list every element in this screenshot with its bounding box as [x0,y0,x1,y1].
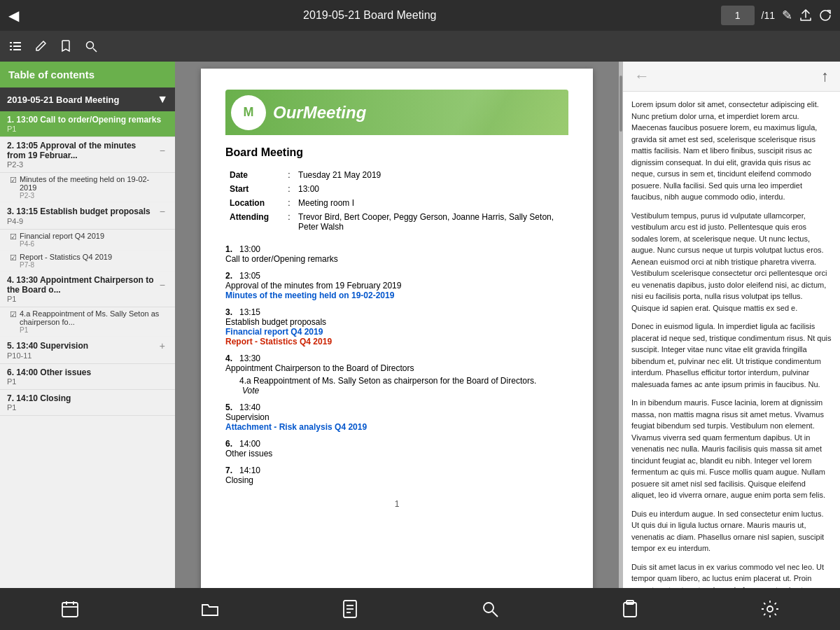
right-text-para-4: In in bibendum mauris. Fusce lacinia, lo… [631,397,832,501]
doc-section-4: 4. 13:30 Appointment Chairperson to the … [225,354,568,396]
up-arrow-button[interactable]: ↑ [821,67,829,85]
doc-section-4-title: Appointment Chairperson to the Board of … [225,363,568,373]
doc-section-7-title: Closing [225,475,568,485]
toc-item-4-collapse[interactable]: − [157,279,168,290]
info-label-date: Date [227,169,283,181]
toc-item-3-title: 3. 13:15 Establish budget proposals [7,206,150,216]
toc-sub-item-3-1[interactable]: ☑ Financial report Q4 2019 P4-6 [0,230,175,251]
toc-item-1-title: 1. 13:00 Call to order/Opening remarks [7,115,161,125]
right-panel: ← ↑ Lorem ipsum dolor sit amet, consecte… [623,62,840,588]
toc-sub-item-4-1-text: 4.a Reappointment of Ms. Sally Seton as … [20,309,165,326]
toc-sub-item-2-1[interactable]: ☑ Minutes of the meeting held on 19-02-2… [0,173,175,202]
back-button[interactable]: ◀ [8,7,19,24]
info-label-start: Start [227,183,283,195]
toc-item-5[interactable]: 5. 13:40 Supervision + P10-11 [0,337,175,364]
doc-section-1-title: Call to order/Opening remarks [225,254,568,264]
toc-sub-item-4-1[interactable]: ☑ 4.a Reappointment of Ms. Sally Seton a… [0,307,175,337]
toc-item-4-pages: P1 [7,295,168,303]
doc-section-5-link[interactable]: Attachment - Risk analysis Q4 2019 [225,422,568,432]
toc-item-1[interactable]: 1. 13:00 Call to order/Opening remarks P… [0,111,175,137]
right-text-para-3: Donec in euismod ligula. In imperdiet li… [631,321,832,390]
page-number-input[interactable] [721,6,755,25]
toc-item-4[interactable]: 4. 13:30 Appointment Chairperson to the … [0,272,175,307]
doc-section-3-link1[interactable]: Financial report Q4 2019 [225,327,568,337]
right-text-para-5: Duis eu interdum augue. In sed consectet… [631,508,832,554]
doc-section-3-title: Establish budget proposals [225,317,568,327]
doc-section-2: 2. 13:05 Approval of the minutes from 19… [225,271,568,300]
right-text-para-1: Lorem ipsum dolor sit amet, consectetur … [631,99,832,203]
bottom-clipboard-button[interactable] [620,599,640,619]
sidebar-doc-title-text: 2019-05-21 Board Meeting [7,94,119,105]
main-content: Table of contents 2019-05-21 Board Meeti… [0,62,840,588]
toc-item-7-title: 7. 14:10 Closing [7,393,71,403]
svg-rect-18 [624,603,636,617]
toc-item-4-title: 4. 13:30 Appointment Chairperson to the … [7,275,157,295]
toc-sub-item-3-2-pages: P7-8 [20,261,112,269]
toc-item-6[interactable]: 6. 14:00 Other issues P1 [0,364,175,390]
document-banner: M OurMeeting [225,90,568,135]
svg-point-20 [767,606,773,612]
svg-point-16 [484,603,493,612]
toc-item-2-pages: P2-3 [7,160,168,169]
doc-section-4a-title: 4.a Reappointment of Ms. Sally Seton as … [239,376,568,386]
svg-rect-1 [13,42,21,43]
doc-section-7: 7. 14:10 Closing [225,465,568,485]
document-page-number: 1 [225,499,568,509]
info-value-attending: Trevor Bird, Bert Cooper, Peggy Gerson, … [295,211,567,233]
right-panel-text: Lorem ipsum dolor sit amet, consectetur … [623,92,840,588]
doc-section-3-link2[interactable]: Report - Statistics Q4 2019 [225,337,568,346]
toc-item-3-collapse[interactable]: − [157,206,168,217]
bottom-calendar-button[interactable] [60,599,80,619]
svg-point-6 [87,42,94,49]
bottom-document-button[interactable] [340,599,360,619]
info-row-location: Location : Meeting room I [227,197,567,209]
toc-item-3[interactable]: 3. 13:15 Establish budget proposals − P4… [0,202,175,230]
toc-item-2-collapse[interactable]: − [157,145,168,156]
top-actions: /11 ✎ [721,6,832,25]
search-tool-button[interactable] [84,39,98,53]
banner-background [428,90,568,135]
document-area[interactable]: M OurMeeting Board Meeting Date : Tuesda… [175,62,619,588]
toolbar [0,31,840,62]
share-button[interactable] [799,9,812,22]
doc-section-5: 5. 13:40 Supervision Attachment - Risk a… [225,402,568,432]
document-info-table: Date : Tuesday 21 May 2019 Start : 13:00… [225,167,568,234]
info-value-location: Meeting room I [295,197,567,209]
bottom-bar [0,588,840,630]
toc-item-6-title: 6. 14:00 Other issues [7,368,91,377]
doc-section-2-title: Approval of the minutes from 19 February… [225,281,568,290]
bookmark-button[interactable] [59,39,73,53]
doc-section-6: 6. 14:00 Other issues [225,439,568,458]
toc-item-2[interactable]: 2. 13:05 Approval of the minutes from 19… [0,137,175,173]
scroll-indicator [620,76,622,132]
bottom-settings-button[interactable] [760,599,780,619]
sidebar-doc-title[interactable]: 2019-05-21 Board Meeting ▼ [0,88,175,111]
edit-button[interactable]: ✎ [782,8,792,23]
nav-arrows: ← ↑ [623,62,840,92]
refresh-button[interactable] [819,9,832,22]
document-page: M OurMeeting Board Meeting Date : Tuesda… [201,69,593,588]
toc-sub-item-3-1-pages: P4-6 [20,240,104,248]
list-icon-button[interactable] [8,39,22,53]
toc-sub-item-3-2[interactable]: ☑ Report - Statistics Q4 2019 P7-8 [0,251,175,272]
info-row-attending: Attending : Trevor Bird, Bert Cooper, Pe… [227,211,567,233]
left-arrow-button[interactable]: ← [634,67,650,85]
right-text-para-6: Duis sit amet lacus in ex varius commodo… [631,561,832,589]
doc-section-2-link[interactable]: Minutes of the meeting held on 19-02-201… [225,290,568,300]
toc-item-5-expand[interactable]: + [157,340,168,351]
banner-logo: M [231,95,266,130]
info-value-date: Tuesday 21 May 2019 [295,169,567,181]
toc-item-3-pages: P4-9 [7,217,168,225]
svg-rect-8 [62,603,78,617]
bottom-folder-button[interactable] [200,599,220,619]
doc-section-4a-vote: Vote [242,386,568,396]
edit-tool-button[interactable] [34,39,48,53]
right-text-para-2: Vestibulum tempus, purus id vulputate ul… [631,210,832,314]
top-bar: ◀ 2019-05-21 Board Meeting /11 ✎ [0,0,840,31]
toc-item-7[interactable]: 7. 14:10 Closing P1 [0,390,175,416]
doc-section-6-title: Other issues [225,449,568,458]
svg-line-7 [93,48,97,52]
bottom-search-button[interactable] [480,599,500,619]
info-label-attending: Attending [227,211,283,233]
doc-section-5-title: Supervision [225,412,568,422]
